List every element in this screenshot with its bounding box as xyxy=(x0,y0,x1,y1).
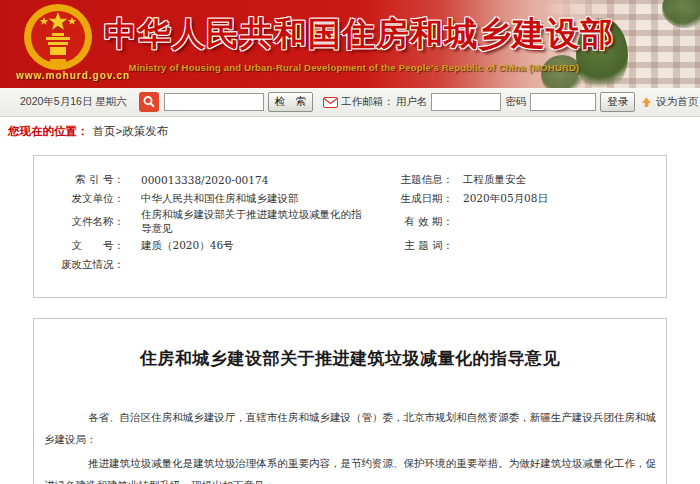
meta-label: 发文单位： xyxy=(34,189,124,208)
quick-links: 设为首页 收藏本站 xyxy=(641,95,700,109)
set-home-link[interactable]: 设为首页 xyxy=(656,95,698,109)
search-input[interactable] xyxy=(164,93,264,111)
table-row: 发文单位： 中华人民共和国住房和城乡建设部 生成日期： 2020年05月08日 xyxy=(34,189,666,208)
current-date: 2020年5月16日 星期六 xyxy=(20,95,127,109)
meta-value: 工程质量安全 xyxy=(453,170,666,189)
meta-label: 文件名称： xyxy=(34,208,124,236)
password-input[interactable] xyxy=(530,93,596,111)
meta-value xyxy=(453,208,666,236)
search-button[interactable]: 检 索 xyxy=(268,92,314,112)
mail-icon xyxy=(323,97,338,108)
breadcrumb-path[interactable]: 首页>政策发布 xyxy=(93,124,169,139)
meta-value xyxy=(124,255,369,274)
meta-label: 有 效 期： xyxy=(369,208,453,236)
meta-label: 主 题 词： xyxy=(369,236,453,255)
breadcrumb-prefix: 您现在的位置： xyxy=(8,124,89,139)
meta-label xyxy=(369,255,453,274)
meta-label: 主题信息： xyxy=(369,170,453,189)
document-title: 住房和城乡建设部关于推进建筑垃圾减量化的指导意见 xyxy=(44,347,656,370)
username-input[interactable] xyxy=(431,93,501,111)
login-button[interactable]: 登录 xyxy=(600,92,635,112)
table-row: 废改立情况： xyxy=(34,255,666,274)
meta-value: 建质（2020）46号 xyxy=(124,236,369,255)
table-row: 文件名称： 住房和城乡建设部关于推进建筑垃圾减量化的指导意见 有 效 期： xyxy=(34,208,666,236)
meta-label: 生成日期： xyxy=(369,189,453,208)
meta-value: 中华人民共和国住房和城乡建设部 xyxy=(124,189,369,208)
meta-value: 住房和城乡建设部关于推进建筑垃圾减量化的指导意见 xyxy=(124,208,369,236)
document-paragraph: 推进建筑垃圾减量化是建筑垃圾治理体系的重要内容，是节约资源、保护环境的重要举措。… xyxy=(44,452,656,484)
meta-value: 000013338/2020-00174 xyxy=(124,170,369,189)
national-emblem-icon xyxy=(20,3,96,71)
toolbar: 2020年5月16日 星期六 检 索 工作邮箱： 用户名 密码 登录 设为首页 … xyxy=(0,88,700,117)
meta-value xyxy=(453,236,666,255)
search-icon xyxy=(139,92,159,112)
meta-value xyxy=(453,255,666,274)
site-title: 中华人民共和国住房和城乡建设部 xyxy=(104,12,604,57)
meta-label: 废改立情况： xyxy=(34,255,124,274)
document-content-box: 住房和城乡建设部关于推进建筑垃圾减量化的指导意见 各省、自治区住房和城乡建设厅，… xyxy=(33,318,667,484)
meta-value: 2020年05月08日 xyxy=(453,189,666,208)
site-banner: www.mohurd.gov.cn 中华人民共和国住房和城乡建设部 Minist… xyxy=(0,0,700,88)
breadcrumb: 您现在的位置： 首页>政策发布 xyxy=(0,117,700,146)
table-row: 文 号： 建质（2020）46号 主 题 词： xyxy=(34,236,666,255)
document-paragraph: 各省、自治区住房和城乡建设厅，直辖市住房和城乡建设（管）委，北京市规划和自然资源… xyxy=(44,406,656,450)
document-metadata-box: 索 引 号： 000013338/2020-00174 主题信息： 工程质量安全… xyxy=(33,155,667,298)
username-label: 用户名 xyxy=(396,95,428,109)
meta-label: 索 引 号： xyxy=(34,170,124,189)
metadata-table: 索 引 号： 000013338/2020-00174 主题信息： 工程质量安全… xyxy=(34,170,666,274)
set-home-arrow-icon xyxy=(641,97,652,108)
table-row: 索 引 号： 000013338/2020-00174 主题信息： 工程质量安全 xyxy=(34,170,666,189)
password-label: 密码 xyxy=(505,95,526,109)
meta-label: 文 号： xyxy=(34,236,124,255)
site-subtitle-english: Ministry of Housing and Urban-Rural Deve… xyxy=(104,62,604,73)
work-mail-label: 工作邮箱： xyxy=(341,95,394,109)
